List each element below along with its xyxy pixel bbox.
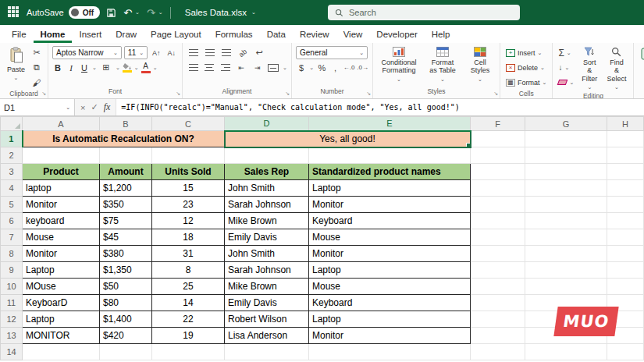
- tab-data[interactable]: Data: [260, 25, 293, 43]
- document-title[interactable]: Sales Data.xlsx ⌄: [185, 8, 256, 17]
- confirm-entry-button[interactable]: ✓: [91, 102, 98, 112]
- align-middle-button[interactable]: [203, 46, 217, 59]
- cell[interactable]: [525, 279, 607, 295]
- name-box-chevron-icon[interactable]: ⌄: [66, 105, 70, 111]
- cell[interactable]: [152, 147, 225, 164]
- clipboard-dialog-launcher[interactable]: ↘: [41, 90, 46, 97]
- merge-center-button[interactable]: [267, 61, 281, 74]
- sort-filter-button[interactable]: Sort & Filter ⌄: [577, 46, 602, 91]
- cell[interactable]: [309, 147, 471, 164]
- format-painter-button[interactable]: 🖌: [30, 76, 44, 89]
- redo-icon[interactable]: ↷: [147, 7, 155, 19]
- cell[interactable]: [525, 246, 607, 262]
- cell[interactable]: Mouse: [309, 279, 471, 295]
- find-select-button[interactable]: Find & Select ⌄: [603, 46, 629, 91]
- cell[interactable]: Lisa Anderson: [225, 328, 309, 344]
- save-icon[interactable]: [106, 8, 116, 18]
- cell[interactable]: Sarah Johnson: [225, 197, 309, 213]
- cell[interactable]: John Smith: [225, 180, 309, 197]
- cell[interactable]: 19: [152, 328, 225, 344]
- tab-view[interactable]: View: [336, 25, 370, 43]
- cell-header[interactable]: Standardized product names: [309, 164, 471, 180]
- tab-draw[interactable]: Draw: [109, 25, 144, 43]
- tab-formulas[interactable]: Formulas: [208, 25, 260, 43]
- cell[interactable]: [525, 344, 607, 360]
- cell[interactable]: Monitor: [309, 246, 471, 262]
- font-dialog-launcher[interactable]: ↘: [176, 90, 180, 97]
- cell[interactable]: [471, 262, 525, 279]
- tab-help[interactable]: Help: [425, 25, 457, 43]
- fill-color-chevron-icon[interactable]: ⌄: [134, 65, 139, 71]
- partial-ribbon-button[interactable]: [638, 46, 644, 63]
- cell[interactable]: [607, 180, 644, 197]
- cell[interactable]: [525, 164, 607, 180]
- cell[interactable]: 22: [152, 311, 225, 328]
- delete-cells-button[interactable]: ×Delete⌄: [504, 61, 548, 74]
- font-color-button[interactable]: A: [141, 62, 151, 73]
- row-header-13[interactable]: 13: [1, 328, 23, 344]
- autosum-button[interactable]: Σ⌄: [557, 46, 575, 59]
- tab-insert[interactable]: Insert: [72, 25, 109, 43]
- excel-app-icon[interactable]: [8, 6, 20, 19]
- cell[interactable]: MOuse: [23, 279, 100, 295]
- row-header-4[interactable]: 4: [1, 180, 23, 197]
- col-header-h[interactable]: H: [607, 117, 644, 131]
- cell[interactable]: Keyboard: [309, 213, 471, 229]
- cell[interactable]: 31: [152, 246, 225, 262]
- cell[interactable]: [607, 229, 644, 246]
- cell-header[interactable]: Amount: [100, 164, 152, 180]
- autosave-toggle[interactable]: AutoSave Off: [27, 6, 100, 19]
- cell-header[interactable]: Sales Rep: [225, 164, 309, 180]
- cell[interactable]: [23, 344, 100, 360]
- cell[interactable]: Mike Brown: [225, 213, 309, 229]
- cell[interactable]: Emily Davis: [225, 229, 309, 246]
- undo-chevron-icon[interactable]: ⌄: [135, 9, 140, 16]
- cell-banner-question[interactable]: Is Automatic Recalculation ON?: [23, 131, 225, 147]
- underline-chevron-icon[interactable]: ⌄: [92, 65, 97, 71]
- cell[interactable]: Mouse: [309, 229, 471, 246]
- cell[interactable]: 8: [152, 262, 225, 279]
- col-header-f[interactable]: F: [471, 117, 525, 131]
- cell[interactable]: Monitor: [309, 328, 471, 344]
- alignment-dialog-launcher[interactable]: ↘: [285, 90, 290, 97]
- cell[interactable]: [309, 344, 471, 360]
- cell[interactable]: [471, 213, 525, 229]
- cell[interactable]: laptop: [23, 180, 100, 197]
- font-color-chevron-icon[interactable]: ⌄: [153, 65, 158, 71]
- cell[interactable]: [100, 344, 152, 360]
- formula-input[interactable]: =IF(INFO("recalc")="Manual", "Check calc…: [116, 99, 644, 115]
- col-header-c[interactable]: C: [152, 117, 225, 131]
- row-header-2[interactable]: 2: [1, 147, 23, 164]
- cell[interactable]: Robert Wilson: [225, 311, 309, 328]
- cell[interactable]: [525, 213, 607, 229]
- cell[interactable]: Laptop: [309, 311, 471, 328]
- align-right-button[interactable]: [219, 61, 233, 74]
- cell[interactable]: keyboard: [23, 213, 100, 229]
- italic-button[interactable]: I: [66, 63, 76, 73]
- row-header-14[interactable]: 14: [1, 344, 23, 360]
- decrease-indent-button[interactable]: ⇤: [235, 61, 249, 74]
- format-cells-button[interactable]: ▦Format⌄: [504, 76, 548, 89]
- cell[interactable]: Monitor: [23, 246, 100, 262]
- align-bottom-button[interactable]: [219, 46, 233, 59]
- cell[interactable]: [152, 344, 225, 360]
- cell[interactable]: [471, 229, 525, 246]
- cell[interactable]: Keyboard: [309, 295, 471, 311]
- cell[interactable]: 14: [152, 295, 225, 311]
- name-box[interactable]: D1 ⌄: [0, 99, 75, 115]
- cell-banner-answer-selected[interactable]: Yes, all good!: [225, 131, 471, 147]
- cell[interactable]: 15: [152, 180, 225, 197]
- cell[interactable]: $1,200: [100, 180, 152, 197]
- cell[interactable]: Laptop: [309, 262, 471, 279]
- select-all-corner[interactable]: [1, 117, 23, 131]
- cell[interactable]: $45: [100, 229, 152, 246]
- paste-button[interactable]: Paste ⌄: [4, 46, 28, 82]
- row-header-11[interactable]: 11: [1, 295, 23, 311]
- filename-chevron-icon[interactable]: ⌄: [251, 9, 256, 16]
- wrap-text-button[interactable]: ↩: [252, 46, 266, 59]
- cell[interactable]: [607, 262, 644, 279]
- cell[interactable]: Emily Davis: [225, 295, 309, 311]
- autosave-pill[interactable]: Off: [69, 6, 100, 19]
- number-dialog-launcher[interactable]: ↘: [366, 90, 371, 97]
- insert-function-button[interactable]: fx: [104, 101, 111, 113]
